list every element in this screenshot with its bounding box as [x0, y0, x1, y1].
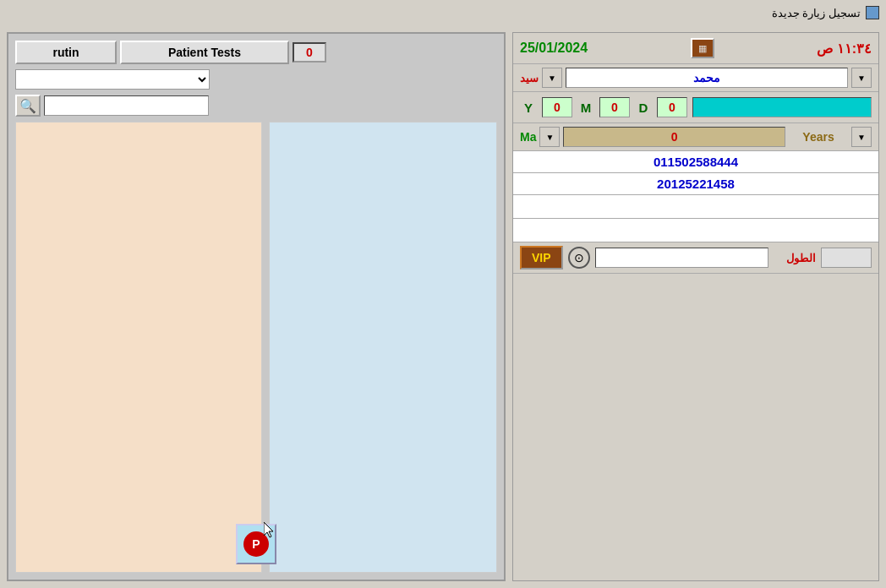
m-label: M	[577, 101, 594, 115]
date-display: 25/01/2024	[520, 41, 588, 56]
years-dropdown-right[interactable]: ▼	[539, 127, 560, 147]
chevron-down-icon-2: ▼	[548, 74, 556, 83]
name-label: سید	[520, 72, 539, 84]
search-row: 🔍	[15, 95, 497, 117]
empty-row-2	[513, 219, 878, 242]
phone2-row: 20125221458	[513, 173, 878, 195]
tests-count-badge: 0	[293, 42, 326, 63]
d-label: D	[635, 101, 652, 115]
chevron-down-icon-4: ▼	[546, 133, 555, 142]
name-dropdown-left[interactable]: ▼	[851, 68, 872, 88]
print-button[interactable]: P	[236, 524, 276, 564]
calendar-button[interactable]: ▦	[691, 38, 714, 58]
peach-panel	[15, 122, 262, 573]
main-container: rutin Patient Tests 0 🔍 P	[0, 25, 886, 588]
y-label: Y	[520, 101, 537, 115]
years-value: 0	[563, 127, 785, 147]
phone2-value: 20125221458	[520, 177, 872, 191]
years-dropdown-left[interactable]: ▼	[851, 127, 872, 147]
age-extra-field	[692, 97, 872, 117]
chevron-down-icon: ▼	[857, 74, 866, 83]
phone1-row: 011502588444	[513, 151, 878, 173]
target-button[interactable]: ⊙	[568, 247, 590, 269]
patient-tests-button[interactable]: Patient Tests	[120, 41, 289, 64]
height-input[interactable]	[595, 248, 768, 268]
time-display: ١١:٣٤ ص	[817, 41, 872, 57]
category-dropdown[interactable]	[15, 69, 210, 90]
vip-button[interactable]: VIP	[520, 246, 563, 270]
title-bar-text: تسجيل زيارة جديدة	[772, 7, 861, 19]
blue-panel	[269, 122, 497, 573]
right-panel: ١١:٣٤ ص ▦ 25/01/2024 ▼ ▼ سید 0 D 0 M 0 Y	[512, 32, 879, 581]
top-buttons-row: rutin Patient Tests 0	[15, 41, 497, 64]
d-value: 0	[657, 97, 687, 117]
dropdown-row	[15, 69, 497, 90]
search-icon: 🔍	[19, 98, 36, 114]
ma-label: Ma	[520, 130, 536, 144]
empty-row-1	[513, 195, 878, 219]
ymd-row: 0 D 0 M 0 Y	[513, 92, 878, 123]
name-input[interactable]	[566, 68, 848, 88]
rutin-button[interactable]: rutin	[15, 41, 117, 64]
header-row: ١١:٣٤ ص ▦ 25/01/2024	[513, 33, 878, 64]
vip-row: الطول ⊙ VIP	[513, 242, 878, 274]
content-area	[15, 122, 497, 573]
name-row: ▼ ▼ سید	[513, 64, 878, 92]
left-panel: rutin Patient Tests 0 🔍 P	[7, 32, 506, 581]
years-label: Years	[789, 130, 848, 144]
bottom-area: P	[8, 517, 504, 571]
years-row: ▼ Years 0 ▼ Ma	[513, 123, 878, 151]
app-icon	[866, 6, 879, 19]
height-label: الطول	[774, 252, 816, 264]
print-icon: P	[243, 531, 269, 557]
name-dropdown-right[interactable]: ▼	[542, 68, 562, 88]
phone1-value: 011502588444	[520, 155, 872, 169]
search-input[interactable]	[44, 95, 209, 116]
m-value: 0	[599, 97, 630, 117]
calendar-icon: ▦	[698, 43, 707, 54]
y-value: 0	[542, 97, 572, 117]
vip-extra-right	[821, 248, 872, 268]
chevron-down-icon-3: ▼	[857, 133, 866, 142]
search-button[interactable]: 🔍	[15, 95, 41, 117]
title-bar: تسجيل زيارة جديدة	[0, 0, 886, 25]
target-icon-symbol: ⊙	[574, 251, 584, 264]
